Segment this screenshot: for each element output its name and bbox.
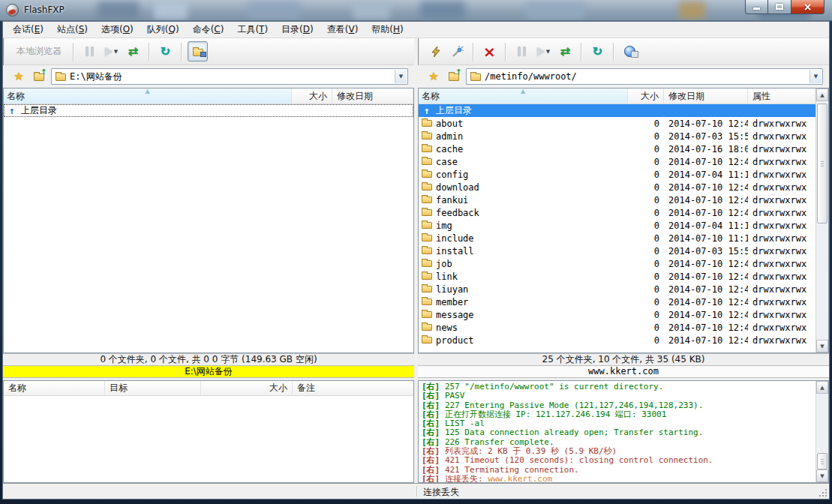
client-area: 会话(E) 站点(S) 选项(O) 队列(Q) 命令(C) 工具(T) 目录(D… bbox=[2, 21, 830, 500]
file-row[interactable]: member 0 2014-07-10 12:47 drwxrwxrwx bbox=[419, 296, 815, 308]
favorites-button[interactable]: ★ bbox=[11, 68, 27, 85]
file-row[interactable]: fankui 0 2014-07-10 12:47 drwxrwxrwx bbox=[419, 194, 815, 206]
menu-bar: 会话(E) 站点(S) 选项(O) 队列(Q) 命令(C) 工具(T) 目录(D… bbox=[3, 22, 829, 38]
refresh-button[interactable]: ↻ bbox=[587, 41, 608, 62]
menu-item[interactable]: 工具(T) bbox=[230, 21, 275, 38]
file-row[interactable]: job 0 2014-07-10 12:47 drwxrwxrwx bbox=[419, 257, 815, 270]
file-attrs: drwxrwxrwx bbox=[748, 208, 815, 218]
chevron-down-icon: ▼ bbox=[546, 49, 550, 55]
start-queue-button[interactable]: ▼ bbox=[101, 41, 122, 62]
maximize-button[interactable] bbox=[768, 0, 791, 14]
refresh-button[interactable]: ↻ bbox=[155, 41, 176, 62]
file-row[interactable]: config 0 2014-07-04 11:16 drwxrwxrwx bbox=[419, 168, 815, 181]
maximize-icon bbox=[776, 4, 783, 10]
column-header-date[interactable]: 修改日期 bbox=[664, 88, 748, 104]
local-pane: 本地浏览器 ▼ ⇄ ↻ ★ ↑ E:\网站备份 ▼ bbox=[3, 38, 414, 483]
menu-item[interactable]: 队列(Q) bbox=[140, 21, 186, 38]
remote-path-combobox[interactable]: /metinfo/wwwroot/ ▼ bbox=[466, 68, 823, 85]
log-text: 226 Transfer complete. bbox=[445, 437, 554, 447]
local-path-combobox[interactable]: E:\网站备份 ▼ bbox=[51, 68, 408, 85]
file-row[interactable]: download 0 2014-07-10 12:47 drwxrwxrwx bbox=[419, 181, 815, 194]
file-row[interactable]: include 0 2014-07-10 11:17 drwxrwxrwx bbox=[419, 232, 815, 244]
file-icon bbox=[422, 298, 432, 305]
file-row[interactable]: install 0 2014-07-03 15:55 drwxrwxrwx bbox=[419, 244, 815, 257]
file-attrs: drwxrwxrwx bbox=[748, 157, 815, 167]
file-size: 0 bbox=[628, 220, 664, 231]
file-name: cache bbox=[436, 144, 463, 154]
file-row[interactable]: news 0 2014-07-10 12:47 drwxrwxrwx bbox=[419, 321, 815, 334]
file-row[interactable]: cache 0 2014-07-16 18:03 drwxrwxrwx bbox=[419, 142, 815, 155]
scroll-up-button[interactable]: ▲ bbox=[816, 88, 828, 101]
dropdown-button[interactable]: ▼ bbox=[395, 70, 407, 83]
site-manager-button[interactable] bbox=[620, 41, 640, 62]
disconnect-x-icon: × bbox=[483, 45, 496, 58]
favorites-button[interactable]: ★ bbox=[425, 68, 442, 85]
transfer-button[interactable]: ⇄ bbox=[555, 41, 575, 62]
file-date: 2014-07-10 12:47 bbox=[664, 335, 748, 346]
start-queue-button[interactable]: ▼ bbox=[533, 41, 554, 62]
file-size: 0 bbox=[628, 246, 664, 256]
file-row[interactable]: link 0 2014-07-10 12:47 drwxrwxrwx bbox=[419, 270, 815, 283]
scroll-up-button[interactable]: ▲ bbox=[816, 381, 828, 394]
log-text: 125 Data connection already open; Transf… bbox=[445, 428, 703, 437]
parent-folder-button[interactable]: ↑ bbox=[31, 68, 47, 85]
menu-item[interactable]: 目录(D) bbox=[275, 21, 320, 38]
log-prefix: [右] bbox=[422, 455, 440, 465]
pause-queue-button[interactable] bbox=[512, 41, 532, 62]
file-row[interactable]: liuyan 0 2014-07-10 12:47 drwxrwxrwx bbox=[419, 283, 815, 296]
file-name: message bbox=[436, 310, 474, 320]
menu-item[interactable]: 站点(S) bbox=[50, 21, 95, 38]
column-header-size[interactable]: 大小 bbox=[628, 88, 664, 104]
file-row[interactable]: case 0 2014-07-10 12:47 drwxrwxrwx bbox=[419, 155, 815, 168]
column-header-name[interactable]: 名称▲ bbox=[419, 88, 628, 104]
queue-column-size[interactable]: 大小 bbox=[201, 381, 293, 395]
file-row[interactable]: admin 0 2014-07-03 15:55 drwxrwxrwx bbox=[419, 130, 815, 142]
log-line: [右] 连接丢失: www.kkert.com bbox=[422, 475, 814, 482]
dropdown-button[interactable]: ▼ bbox=[809, 70, 821, 83]
scroll-down-button[interactable]: ▼ bbox=[816, 470, 828, 482]
menu-item[interactable]: 选项(O) bbox=[95, 21, 140, 38]
app-logo-icon bbox=[6, 4, 19, 16]
menu-item[interactable]: 命令(C) bbox=[186, 21, 231, 38]
file-icon bbox=[422, 248, 432, 254]
quick-connect-button[interactable] bbox=[425, 41, 446, 62]
file-row[interactable]: about 0 2014-07-10 12:47 drwxrwxrwx bbox=[419, 117, 815, 130]
minimize-button[interactable] bbox=[745, 0, 768, 14]
disconnect-button[interactable]: × bbox=[479, 41, 500, 62]
menu-item[interactable]: 查看(V) bbox=[320, 21, 365, 38]
parent-folder-button[interactable]: ↑ bbox=[446, 68, 462, 85]
queue-column-name[interactable]: 名称 bbox=[4, 381, 105, 395]
resize-grip-icon[interactable] bbox=[818, 488, 828, 498]
column-header-name[interactable]: 名称▲ bbox=[4, 88, 292, 104]
file-row[interactable]: message 0 2014-07-10 12:47 drwxrwxrwx bbox=[419, 308, 815, 321]
folder-compare-button[interactable] bbox=[188, 41, 208, 62]
file-name: news bbox=[436, 322, 458, 333]
log-text: PASV bbox=[445, 391, 465, 400]
close-button[interactable]: × bbox=[791, 0, 824, 14]
log-prefix: [右] bbox=[422, 391, 440, 400]
file-row[interactable]: 上层目录 bbox=[419, 104, 815, 117]
file-size: 0 bbox=[628, 118, 664, 129]
scrollbar-thumb[interactable] bbox=[817, 104, 827, 224]
menu-item[interactable]: 帮助(H) bbox=[365, 21, 410, 38]
column-header-attrs[interactable]: 属性 bbox=[748, 88, 815, 104]
menu-item[interactable]: 会话(E) bbox=[6, 21, 50, 38]
file-row[interactable]: product 0 2014-07-10 12:47 drwxrwxrwx bbox=[419, 334, 815, 346]
star-icon: ★ bbox=[428, 71, 438, 82]
file-attrs: drwxrwxrwx bbox=[748, 182, 815, 193]
queue-column-notes[interactable]: 备注 bbox=[293, 381, 320, 395]
file-date: 2014-07-10 12:47 bbox=[664, 118, 748, 129]
reconnect-button[interactable] bbox=[447, 41, 467, 62]
column-header-date[interactable]: 修改日期 bbox=[332, 88, 413, 104]
remote-path-bar: ★ ↑ /metinfo/wwwroot/ ▼ bbox=[418, 65, 829, 88]
file-row[interactable]: img 0 2014-07-04 11:15 drwxrwxrwx bbox=[419, 219, 815, 232]
column-header-size[interactable]: 大小 bbox=[292, 88, 332, 104]
queue-column-target[interactable]: 目标 bbox=[105, 381, 201, 395]
scrollbar-thumb[interactable] bbox=[817, 453, 827, 470]
pause-queue-button[interactable] bbox=[80, 41, 100, 62]
transfer-button[interactable]: ⇄ bbox=[123, 41, 143, 62]
scroll-down-button[interactable]: ▼ bbox=[816, 340, 828, 352]
file-row[interactable]: 上层目录 bbox=[4, 104, 413, 117]
file-row[interactable]: feedback 0 2014-07-10 12:47 drwxrwxrwx bbox=[419, 206, 815, 219]
local-browser-button[interactable]: 本地浏览器 bbox=[11, 45, 68, 58]
